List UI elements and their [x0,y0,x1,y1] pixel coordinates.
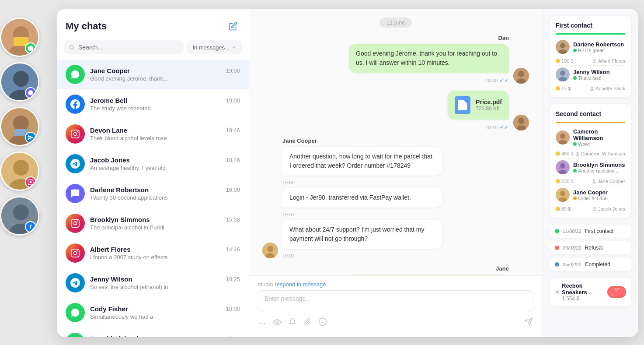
chat-icon-6 [66,214,85,233]
contact-details-jane-c: Jane Cooper Order #45456 [573,189,625,201]
chat-time-6: 15:58 [226,216,240,223]
amount-jane-c: 89 $ [556,206,571,211]
contact-avatar-darlene [556,40,570,54]
eye-tool[interactable] [273,318,282,327]
emoji-tool[interactable] [318,317,327,328]
contact-name-jenny: Jenny Wilson [573,69,625,75]
chat-time-4: 18:46 [226,157,240,163]
chat-item-6[interactable]: Brooklyn Simmons 15:58 The principal alc… [57,208,249,238]
first-contact-title: First contact [556,22,625,29]
check-icon-1: ✓✓ [499,77,509,84]
message-group-2: Price.pdf 720.89 Kb 18:45 ✓✓ [448,91,509,130]
search-filter[interactable]: In messages... [187,40,242,54]
chat-info-10: Ronald Richards 05:42 Even factoring dif… [90,335,240,337]
chat-time-3: 18:46 [226,127,240,134]
input-label-studio: studio [258,281,273,288]
tl-dot-3 [555,262,559,267]
bubble-1: Good evening Jerome, thank you for reach… [349,44,509,73]
chat-icon-7 [66,243,85,263]
avatar-badge-4 [25,176,36,188]
chat-item-7[interactable]: Albert Flores 14:46 I found a 2007 study… [57,238,249,268]
chevron-down-icon [231,45,237,50]
sender-name-1: Dan [498,35,509,41]
svg-rect-28 [71,249,79,257]
bell-tool[interactable] [289,317,296,328]
chat-icon-5 [66,184,85,203]
svg-point-21 [70,45,74,49]
chat-item-8[interactable]: Jenny Wilson 10:25 So yes, the alcohol (… [57,268,249,298]
search-input-wrap[interactable] [64,40,184,54]
contact-avatar-jenny [556,67,570,81]
message-input-box[interactable]: Enter message... [258,290,533,312]
avatar-3[interactable] [0,107,39,146]
tl-date-1: 11/08/22 [563,229,581,234]
timeline-item-2: 09/03/22 Refusal [550,241,631,254]
contact-footer-jenny: 13 $ Annette Black [556,86,625,91]
chat-item-3[interactable]: Devon Lane 18:46 Their blood alcohol lev… [57,119,249,149]
person-icon-2 [590,86,594,91]
contact-row-brooklyn: Brooklyn Simmons Another question... [556,160,625,174]
chat-icon-4 [66,154,85,173]
chat-time-8: 10:25 [226,276,240,282]
tl-date-2: 09/03/22 [563,245,581,250]
contact-details-darlene: Darlene Robertson Hi! It's great! [573,41,625,53]
contact-avatar-jane-c [556,188,570,202]
send-button[interactable] [524,317,533,328]
avatar-5[interactable]: f [0,196,39,236]
compose-button[interactable] [226,19,240,33]
chat-time-5: 16:00 [226,187,240,193]
tl-label-3: Completed [585,261,610,268]
right-panel: First contact Darlene Robertson Hi! It's… [542,9,638,337]
svg-point-54 [560,70,565,76]
contact-status-darlene: Hi! It's great! [573,48,625,53]
coin-icon-2 [556,86,560,91]
product-card: ✕ Reebok Sneakers 1 554 $ - 12 + [550,278,631,306]
second-contact-bar [556,122,625,123]
contact-row-darlene: Darlene Robertson Hi! It's great! [556,40,625,54]
person-icon-3 [575,151,580,156]
sidebar: My chats In messages... [57,9,249,337]
first-contact-bar [556,33,625,35]
avatar-2[interactable] [0,62,39,102]
input-label-link[interactable]: respond in message [275,281,326,288]
chat-item-4[interactable]: Jacob Jones 18:46 An average healthy 7 y… [57,149,249,179]
product-name: Reebok Sneakers [562,282,607,296]
chat-item-10[interactable]: Ronald Richards 05:42 Even factoring dif… [57,327,249,337]
contact-name-darlene: Darlene Robertson [573,41,625,48]
tl-label-2: Refusal [585,245,603,251]
avatar-4[interactable] [0,151,39,191]
avatar-badge-3 [25,132,36,143]
sender-name-6: Jane [496,265,509,272]
product-badge[interactable]: - 12 + [607,286,626,298]
svg-point-35 [518,118,524,124]
sender-avatar-dan-2 [513,115,529,130]
contact-row-jenny: Jenny Wilson That's fast! [556,67,625,81]
first-contact-section: First contact Darlene Robertson Hi! It's… [550,16,631,97]
chat-info-3: Devon Lane 18:46 Their blood alcohol lev… [90,127,240,141]
svg-point-66 [560,163,565,169]
amount-brooklyn: 230 $ [556,179,574,184]
chat-item-5[interactable]: Darlene Robertson 16:00 Twenty 30-second… [57,179,249,208]
avatar-1[interactable] [0,18,39,57]
close-product-button[interactable]: ✕ [555,289,560,296]
app-container: My chats In messages... [57,9,638,337]
chat-item-1[interactable]: Jane Cooper 19:00 Good evening Jerome, t… [57,60,249,89]
svg-point-32 [518,71,524,77]
svg-point-72 [560,191,565,196]
search-input[interactable] [78,44,179,51]
chat-item-9[interactable]: Cody Fisher 10:00 Simultaneously we had … [57,298,249,327]
clip-tool[interactable] [303,317,311,328]
dots-tool[interactable]: ⋯ [258,318,266,328]
msg-meta-1: 18:30 ✓✓ [485,77,509,84]
chat-name-7: Albert Flores [90,246,131,253]
contact-status-cameron: Wow! [573,141,625,147]
svg-point-16 [30,181,32,183]
contact-footer-cameron: 450 $ Cameron Williamson [556,151,625,156]
message-group-6: Jane Good evening Jerome, thank you for … [349,265,509,275]
chat-preview-4: An average healthy 7 year old [90,165,240,171]
check-icon-2: ✓✓ [499,124,509,130]
chat-item-2[interactable]: Jerome Bell 19:00 The study was repeated [57,89,249,119]
sidebar-title: My chats [66,21,107,32]
chat-icon-8 [66,273,85,292]
contact-details-jenny: Jenny Wilson That's fast! [573,69,625,81]
